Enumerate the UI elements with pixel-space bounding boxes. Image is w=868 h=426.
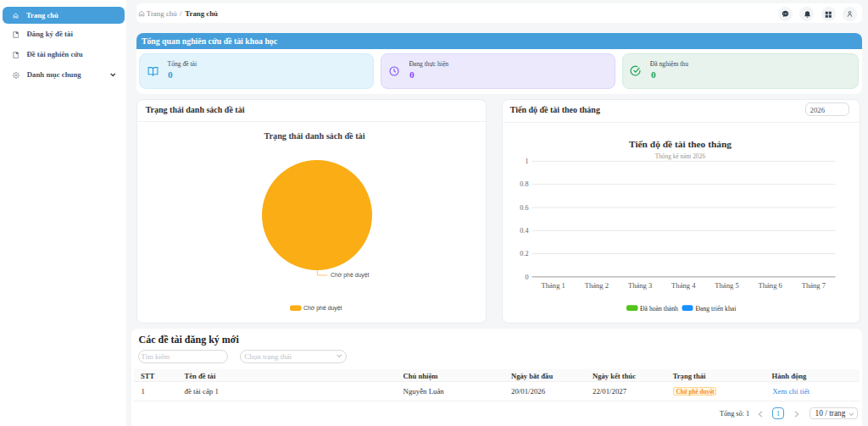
svg-text:Tháng 3: Tháng 3 <box>627 280 651 289</box>
svg-text:0.6: 0.6 <box>520 203 528 211</box>
svg-text:0.2: 0.2 <box>520 250 528 257</box>
svg-text:0.8: 0.8 <box>520 180 528 188</box>
svg-text:0: 0 <box>525 273 528 280</box>
svg-text:Chờ phê duyệt: Chờ phê duyệt <box>331 272 370 279</box>
svg-text:Chờ phê duyệt: Chờ phê duyệt <box>303 305 342 312</box>
svg-text:Tháng 7: Tháng 7 <box>801 280 826 289</box>
svg-text:Đã hoàn thành: Đã hoàn thành <box>640 304 678 312</box>
svg-text:Đang triển khai: Đang triển khai <box>695 304 736 312</box>
svg-text:Tháng 6: Tháng 6 <box>758 280 782 289</box>
svg-text:0.4: 0.4 <box>520 227 528 235</box>
svg-text:Tháng 1: Tháng 1 <box>541 280 565 289</box>
svg-text:Tháng 2: Tháng 2 <box>584 280 608 289</box>
svg-text:1: 1 <box>525 158 528 165</box>
svg-text:Tháng 5: Tháng 5 <box>715 280 738 289</box>
svg-text:Tháng 4: Tháng 4 <box>671 280 696 289</box>
